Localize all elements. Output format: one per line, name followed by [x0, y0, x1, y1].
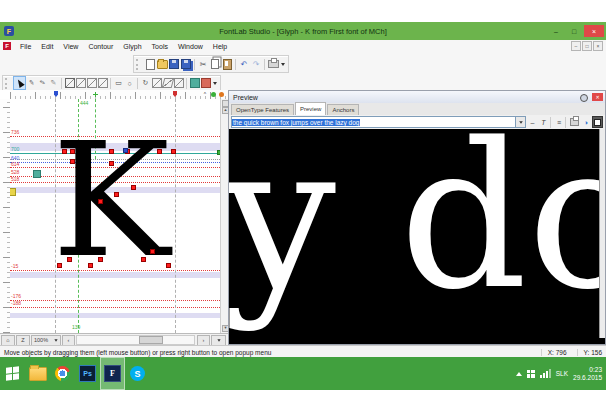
node-point[interactable]	[141, 257, 146, 262]
mdi-restore-button[interactable]: □	[582, 41, 592, 51]
pen-tool[interactable]: ✎	[48, 77, 59, 89]
mask-tool[interactable]	[189, 77, 200, 89]
menu-tools[interactable]: Tools	[147, 43, 173, 50]
taskbar-file-explorer[interactable]	[25, 357, 50, 390]
convert-node-tool[interactable]	[97, 77, 108, 89]
window-titlebar[interactable]: F FontLab Studio - [Glyph - K from First…	[0, 22, 606, 40]
rectangle-tool[interactable]: ▭	[113, 77, 124, 89]
editor-horizontal-scrollbar[interactable]	[76, 335, 195, 345]
free-transform-tool[interactable]	[173, 77, 184, 89]
zoom-icon[interactable]: Z	[16, 335, 30, 346]
sample-text-combobox[interactable]: the quick brown fox jumps over the lazy …	[231, 116, 526, 128]
zoom-level-dropdown[interactable]: 100%	[31, 335, 61, 346]
print-icon[interactable]	[267, 58, 279, 70]
taskbar-skype[interactable]: S	[125, 357, 150, 390]
add-corner-node-tool[interactable]	[64, 77, 75, 89]
editor-vertical-scrollbar[interactable]: ▲ ▼	[220, 99, 228, 333]
node-point[interactable]	[150, 249, 155, 254]
redo-icon[interactable]: ↷	[250, 58, 262, 70]
cut-icon[interactable]: ✂	[197, 58, 209, 70]
menu-edit[interactable]: Edit	[36, 43, 58, 50]
copy-icon[interactable]	[209, 58, 221, 70]
view-options-dropdown[interactable]	[211, 335, 226, 346]
mdi-minimize-button[interactable]: –	[571, 41, 581, 51]
toolbar-more-dropdown[interactable]	[281, 63, 285, 66]
node-point[interactable]	[171, 149, 176, 154]
menu-glyph[interactable]: Glyph	[118, 43, 146, 50]
scale-tool[interactable]	[151, 77, 162, 89]
network-signal-icon[interactable]	[540, 369, 551, 378]
taskbar-fontlab[interactable]: F	[100, 357, 125, 390]
ellipse-tool[interactable]: ○	[124, 77, 135, 89]
node-point[interactable]	[157, 149, 162, 154]
lock-icon[interactable]: ⌂	[1, 335, 15, 346]
node-point[interactable]	[62, 149, 67, 154]
glyph-canvas[interactable]: 736 700 640 614 528 518 -15 -176 -188 44…	[10, 99, 228, 333]
sample-text-value[interactable]: the quick brown fox jumps over the lazy …	[232, 119, 360, 126]
tools-grip[interactable]	[5, 78, 10, 89]
node-point[interactable]	[88, 263, 93, 268]
language-indicator[interactable]: SLK	[556, 370, 568, 377]
layer-orange-icon[interactable]	[219, 92, 224, 97]
guide-minus176[interactable]	[10, 300, 228, 301]
add-curve-node-tool[interactable]	[75, 77, 86, 89]
color-mode-icon[interactable]: ◑	[581, 117, 590, 127]
minimize-button[interactable]: –	[548, 25, 564, 37]
invert-preview-toggle[interactable]	[592, 116, 603, 128]
scroll-right-icon[interactable]: ›	[197, 335, 210, 346]
hidden-icons-arrow[interactable]	[516, 372, 522, 376]
node-point[interactable]	[67, 257, 72, 262]
start-button[interactable]	[0, 357, 25, 390]
guide-lock-icon[interactable]	[33, 170, 41, 178]
menu-help[interactable]: Help	[208, 43, 232, 50]
preview-render-area[interactable]: y dog	[229, 129, 605, 344]
node-point[interactable]	[114, 192, 119, 197]
scroll-left-icon[interactable]: ‹	[62, 335, 75, 346]
glyph-editor-window[interactable]: ^ 736 700 640 614 528	[0, 90, 228, 345]
preview-scrollbar[interactable]	[599, 129, 605, 338]
paste-icon[interactable]	[221, 58, 233, 70]
node-point[interactable]	[109, 161, 114, 166]
mdi-close-button[interactable]: ×	[593, 41, 603, 51]
remove-sample-icon[interactable]: –	[528, 117, 537, 127]
undo-icon[interactable]: ↶	[238, 58, 250, 70]
save-all-icon[interactable]	[180, 58, 192, 70]
tray-clock[interactable]: 0:23 29.6.2015	[573, 366, 602, 381]
layer-green-icon[interactable]	[211, 92, 216, 97]
left-sidebearing-marker[interactable]	[54, 91, 58, 97]
tab-preview[interactable]: Preview	[295, 102, 326, 115]
guide-minus188[interactable]	[10, 307, 228, 308]
tray-grid-icon[interactable]	[527, 370, 535, 378]
menu-contour[interactable]: Contour	[83, 43, 118, 50]
print-preview-icon[interactable]	[570, 117, 579, 127]
node-point[interactable]	[131, 185, 136, 190]
tab-anchors[interactable]: Anchors	[327, 104, 359, 115]
new-icon[interactable]	[144, 58, 156, 70]
menu-window[interactable]: Window	[173, 43, 208, 50]
scrollbar-thumb[interactable]	[139, 336, 163, 344]
preview-tool[interactable]	[200, 77, 211, 89]
node-point[interactable]	[98, 199, 103, 204]
node-point-selected[interactable]	[123, 148, 128, 153]
tab-opentype-features[interactable]: OpenType Features	[231, 104, 294, 115]
toolbar-grip[interactable]	[136, 59, 141, 70]
pin-icon[interactable]	[580, 94, 588, 102]
zone-marker-icon[interactable]	[10, 188, 16, 196]
tools-more-dropdown[interactable]	[213, 82, 217, 85]
knife-tool[interactable]: ✎	[36, 76, 49, 90]
open-icon[interactable]	[156, 58, 168, 70]
node-point[interactable]	[109, 149, 114, 154]
node-point[interactable]	[57, 263, 62, 268]
slant-tool[interactable]	[162, 77, 173, 89]
menu-view[interactable]: View	[58, 43, 83, 50]
combobox-dropdown-icon[interactable]	[515, 117, 525, 127]
waterfall-list-icon[interactable]: ≡	[555, 117, 564, 127]
close-button[interactable]: ×	[584, 25, 604, 37]
taskbar-chrome[interactable]	[50, 357, 75, 390]
right-sidebearing-guide[interactable]	[175, 99, 176, 333]
node-point[interactable]	[70, 149, 75, 154]
right-sidebearing-marker[interactable]	[173, 91, 177, 97]
node-point[interactable]	[70, 159, 75, 164]
maximize-button[interactable]: □	[566, 25, 582, 37]
taskbar-photoshop[interactable]: Ps	[75, 357, 100, 390]
